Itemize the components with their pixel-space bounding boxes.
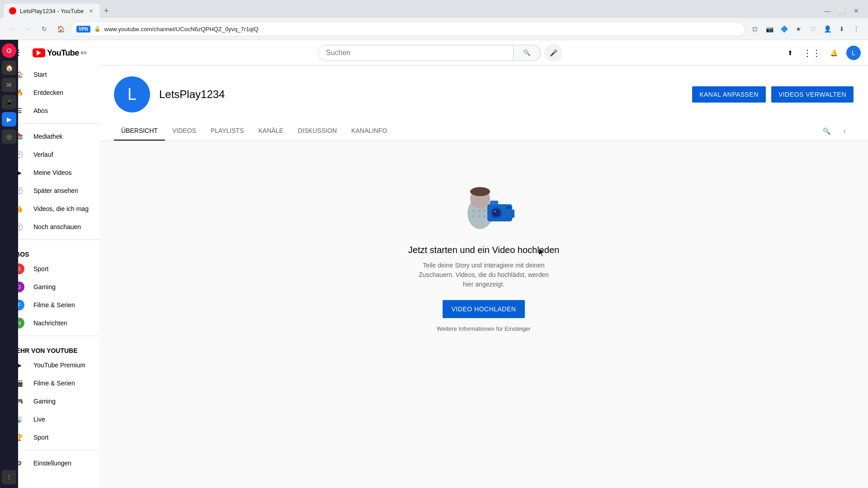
forward-button: → (22, 23, 34, 35)
mic-button[interactable]: 🎤 (544, 44, 562, 62)
browser-sidebar-item-1[interactable]: 🏠 (2, 61, 16, 75)
close-browser-button[interactable]: ✕ (850, 5, 863, 17)
url-text: www.youtube.com/channel/UCocN6zQPHQZ_0yv… (104, 26, 739, 33)
cast-icon[interactable]: ⊡ (749, 23, 761, 35)
sidebar-label-spaeter: Später ansehen (33, 187, 78, 194)
topbar: 🔍 🎤 ⬆ ⋮⋮ 🔔 L (99, 40, 868, 66)
tab-title: LetsPlay1234 - YouTube (20, 8, 84, 14)
tab-kanale[interactable]: KANÄLE (251, 122, 290, 141)
more-info-link[interactable]: Weitere Informationen für Einsteiger (437, 325, 531, 332)
youtube-badge: EO (81, 51, 87, 55)
reload-button[interactable]: ↻ (38, 23, 51, 35)
heart-icon[interactable]: ♡ (807, 23, 819, 35)
sidebar-icon-3: 📱 (5, 99, 13, 106)
upload-icon: ⬆ (788, 49, 793, 56)
sidebar-label-liked: Videos, die ich mag (33, 205, 89, 212)
sidebar-label-sport-mehr: Sport (33, 434, 48, 441)
empty-title: Jetzt starten und ein Video hochladen (408, 245, 559, 255)
browser-sidebar-item-4[interactable]: ◎ (2, 129, 16, 144)
svg-rect-6 (472, 215, 475, 218)
browser-sidebar-item-yt[interactable]: ▶ (2, 112, 16, 127)
tab-ubersicht[interactable]: ÜBERSICHT (114, 122, 165, 141)
minimize-button[interactable]: — (821, 5, 834, 17)
main-content: L LetsPlay1234 KANAL ANPASSEN VIDEOS VER… (99, 66, 868, 488)
search-box[interactable] (318, 45, 514, 61)
upload-button[interactable]: ⬆ (781, 44, 799, 62)
tab-search-icon: 🔍 (823, 127, 830, 135)
sidebar-label-filme: Filme & Serien (33, 301, 75, 309)
sidebar-label-noch-anschauen: Noch anschauen (33, 223, 81, 230)
sidebar-label-entdecken: Entdecken (33, 89, 63, 96)
opera-icon: O (7, 47, 12, 54)
tab-next-button[interactable]: › (835, 122, 854, 140)
youtube-logo-text: YouTube (47, 48, 79, 58)
topbar-actions: ⬆ ⋮⋮ 🔔 L (781, 44, 861, 62)
upload-button-main[interactable]: VIDEO HOCHLADEN (443, 300, 525, 318)
sidebar-label-verlauf: Verlauf (33, 151, 53, 158)
empty-state: Jetzt starten und ein Video hochladen Te… (99, 141, 868, 368)
svg-rect-15 (511, 210, 514, 218)
vpn-badge: VPN (76, 26, 90, 33)
sidebar-label-start: Start (33, 71, 47, 78)
apps-icon: ⋮⋮ (803, 47, 821, 58)
svg-point-11 (493, 209, 500, 216)
svg-rect-4 (478, 210, 481, 212)
address-bar[interactable]: VPN 🔒 www.youtube.com/channel/UCocN6zQPH… (71, 22, 745, 36)
tab-playlists[interactable]: PLAYLISTS (203, 122, 251, 141)
download-icon[interactable]: ⬇ (835, 23, 848, 35)
screenshot-icon[interactable]: 📷 (763, 23, 776, 35)
tab-kanalinfo[interactable]: KANALINFO (344, 122, 394, 141)
sidebar-label-nachrichten: Nachrichten (33, 319, 67, 327)
kanal-anpassen-button[interactable]: KANAL ANPASSEN (692, 86, 766, 103)
tab-search-button[interactable]: 🔍 (817, 122, 835, 140)
sidebar-label-einstellungen: Einstellungen (33, 460, 71, 467)
profile-icon[interactable]: 👤 (821, 23, 834, 35)
videos-verwalten-button[interactable]: VIDEOS VERWALTEN (771, 86, 854, 103)
apps-button[interactable]: ⋮⋮ (803, 44, 821, 62)
menu-icon[interactable]: ⋮ (850, 23, 863, 35)
search-input[interactable] (326, 49, 506, 57)
bookmark-icon[interactable]: ★ (792, 23, 805, 35)
mic-icon: 🎤 (550, 49, 557, 56)
search-button[interactable]: 🔍 (514, 45, 541, 61)
browser-sidebar-item-bottom[interactable]: ⋮ (2, 470, 16, 484)
user-avatar[interactable]: L (846, 46, 861, 60)
browser-tab[interactable]: LetsPlay1234 - YouTube ✕ (4, 4, 100, 18)
sidebar-label-mediathek: Mediathek (33, 133, 63, 140)
svg-rect-3 (472, 210, 475, 212)
channel-info: L LetsPlay1234 KANAL ANPASSEN VIDEOS VER… (114, 76, 854, 113)
sidebar-icon-4: ◎ (6, 133, 12, 140)
channel-tabs: ÜBERSICHT VIDEOS PLAYLISTS KANÄLE DISKUS… (114, 122, 854, 141)
empty-illustration (448, 177, 520, 236)
sidebar-label-sport: Sport (33, 265, 48, 272)
svg-rect-7 (478, 215, 481, 218)
notifications-button[interactable]: 🔔 (825, 44, 843, 62)
home-button[interactable]: 🏠 (54, 23, 67, 35)
svg-rect-8 (483, 215, 486, 218)
channel-header: L LetsPlay1234 KANAL ANPASSEN VIDEOS VER… (99, 66, 868, 141)
tab-diskussion[interactable]: DISKUSSION (291, 122, 344, 141)
tab-close-button[interactable]: ✕ (87, 7, 94, 14)
tab-videos[interactable]: VIDEOS (165, 122, 203, 141)
browser-sidebar: O 🏠 ✉ 📱 ▶ ◎ ⋮ (0, 40, 18, 488)
new-tab-button[interactable]: + (100, 5, 113, 17)
bell-icon: 🔔 (830, 49, 838, 56)
channel-name-wrapper: LetsPlay1234 (159, 88, 225, 101)
svg-rect-13 (490, 201, 498, 205)
browser-sidebar-item-3[interactable]: 📱 (2, 95, 16, 109)
browser-sidebar-item-opera[interactable]: O (2, 43, 16, 58)
sidebar-icon-bottom: ⋮ (6, 474, 12, 481)
browser-sidebar-item-2[interactable]: ✉ (2, 78, 16, 92)
sidebar-label-filme-serien: Filme & Serien (33, 380, 75, 387)
svg-point-2 (470, 187, 490, 196)
restore-button[interactable]: ⬜ (835, 5, 848, 17)
sidebar-label-abos: Abos (33, 107, 48, 114)
sidebar-icon-yt: ▶ (7, 116, 12, 123)
channel-actions: KANAL ANPASSEN VIDEOS VERWALTEN (692, 86, 854, 103)
sidebar-label-gaming-mehr: Gaming (33, 398, 56, 405)
youtube-logo[interactable]: YouTube EO (33, 48, 87, 58)
sidebar-icon-2: ✉ (6, 81, 12, 89)
youtube-logo-icon (33, 48, 45, 57)
empty-subtitle: Teile deine Story und interagiere mit de… (416, 261, 552, 289)
extension-icon[interactable]: 🔷 (778, 23, 790, 35)
